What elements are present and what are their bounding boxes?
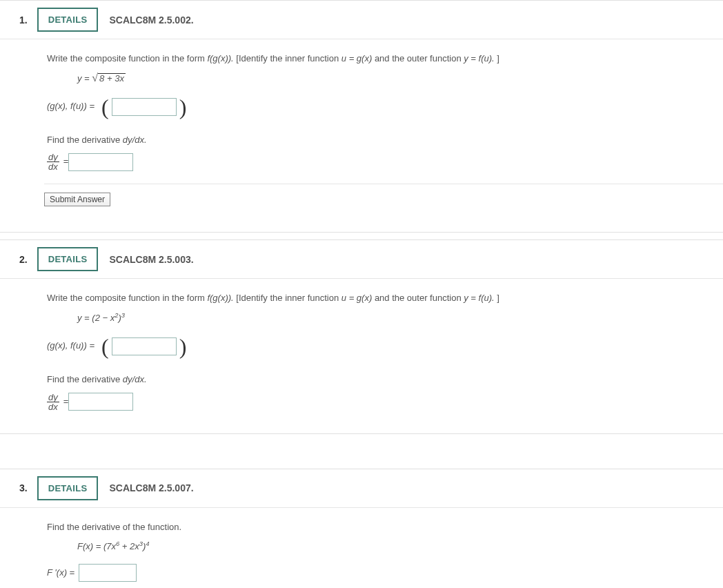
equals: = — [63, 395, 69, 409]
text: u = g(x) — [341, 293, 372, 303]
text: [Identify the inner function — [236, 293, 341, 303]
pair-input[interactable] — [112, 337, 177, 355]
question-1: 1. DETAILS SCALC8M 2.5.002. Write the co… — [0, 0, 723, 233]
text: and the outer function — [375, 53, 464, 63]
open-paren-icon: ( — [99, 335, 112, 357]
question-2: 2. DETAILS SCALC8M 2.5.003. Write the co… — [0, 239, 723, 433]
close-paren-icon: ) — [177, 335, 190, 357]
composite-prompt: Write the composite function in the form… — [47, 291, 723, 306]
question-ref: SCALC8M 2.5.003. — [109, 254, 193, 265]
derivative-prompt: Find the derivative dy/dx. — [47, 133, 723, 148]
text: y = — [77, 73, 92, 84]
text: ] — [497, 53, 499, 63]
text: dx — [47, 402, 59, 411]
text: (7x — [103, 541, 116, 551]
submit-bar: Submit Answer — [44, 184, 723, 217]
text: dy — [47, 393, 59, 402]
radicand: 8 + 3x — [98, 73, 126, 84]
text: Find the derivative — [47, 374, 123, 384]
text: u = g(x) — [341, 53, 372, 63]
close-paren-icon: ) — [177, 96, 190, 118]
sup: 4 — [146, 540, 149, 547]
question-number: 2. — [19, 254, 28, 265]
pair-lhs: (g(x), f(u)) = — [47, 99, 95, 114]
pair-row: (g(x), f(u)) = ( ) — [47, 96, 723, 118]
question-number: 3. — [19, 482, 28, 493]
pair-lhs: (g(x), f(u)) = — [47, 339, 95, 353]
text: Find the derivative — [47, 135, 123, 145]
text: y = f(u). — [464, 53, 494, 63]
text: y = — [77, 313, 92, 323]
question-body: Write the composite function in the form… — [0, 279, 723, 433]
derivative-row: dy dx = — [47, 153, 723, 171]
answer-row: F '(x) = — [47, 564, 723, 582]
derivative-row: dy dx = — [47, 393, 723, 411]
ans-lhs: F '(x) = — [47, 566, 75, 580]
fraction-icon: dy dx — [47, 153, 59, 171]
derivative-input[interactable] — [68, 393, 133, 411]
details-button[interactable]: DETAILS — [37, 8, 99, 32]
question-body: Find the derivative of the function. F(x… — [0, 508, 723, 588]
question-ref: SCALC8M 2.5.002. — [109, 14, 193, 26]
fraction-icon: dy dx — [47, 393, 59, 411]
composite-prompt: Write the composite function in the form… — [47, 52, 723, 66]
text: dx — [47, 162, 59, 171]
equation: y = √ 8 + 3x — [77, 72, 723, 86]
open-paren-icon: ( — [99, 96, 112, 118]
text: Write the composite function in the form — [47, 293, 207, 303]
answer-input[interactable] — [79, 564, 137, 582]
text: + 2x — [119, 541, 139, 551]
derivative-prompt: Find the derivative of the function. — [47, 520, 723, 535]
sqrt-icon: √ 8 + 3x — [92, 73, 126, 84]
text: y = f(u). — [464, 293, 494, 303]
text: f(g(x)). — [207, 53, 233, 63]
question-header: 2. DETAILS SCALC8M 2.5.003. — [0, 240, 723, 279]
question-3: 3. DETAILS SCALC8M 2.5.007. Find the der… — [0, 469, 723, 588]
derivative-input[interactable] — [68, 153, 133, 171]
sup: 3 — [121, 312, 125, 319]
text: Write the composite function in the form — [47, 53, 207, 63]
question-ref: SCALC8M 2.5.007. — [109, 482, 193, 493]
text: dy/dx. — [123, 135, 147, 145]
equation: F(x) = (7x6 + 2x3)4 — [77, 540, 723, 554]
details-button[interactable]: DETAILS — [37, 247, 99, 271]
text: ] — [497, 293, 499, 303]
equation: y = (2 − x2)3 — [77, 311, 723, 326]
text: [Identify the inner function — [236, 53, 341, 63]
question-number: 1. — [19, 14, 28, 26]
details-button[interactable]: DETAILS — [37, 476, 99, 500]
equals: = — [63, 155, 69, 169]
question-header: 3. DETAILS SCALC8M 2.5.007. — [0, 469, 723, 508]
text: and the outer function — [375, 293, 464, 303]
text: f(g(x)). — [207, 293, 233, 303]
text: dy — [47, 153, 59, 162]
text: (2 − x — [92, 313, 115, 323]
text: dy/dx. — [123, 374, 147, 384]
question-body: Write the composite function in the form… — [0, 39, 723, 232]
pair-row: (g(x), f(u)) = ( ) — [47, 335, 723, 357]
submit-button[interactable]: Submit Answer — [44, 193, 110, 206]
question-header: 1. DETAILS SCALC8M 2.5.002. — [0, 1, 723, 39]
pair-input[interactable] — [112, 98, 177, 116]
text: F(x) = — [77, 541, 103, 551]
derivative-prompt: Find the derivative dy/dx. — [47, 373, 723, 387]
